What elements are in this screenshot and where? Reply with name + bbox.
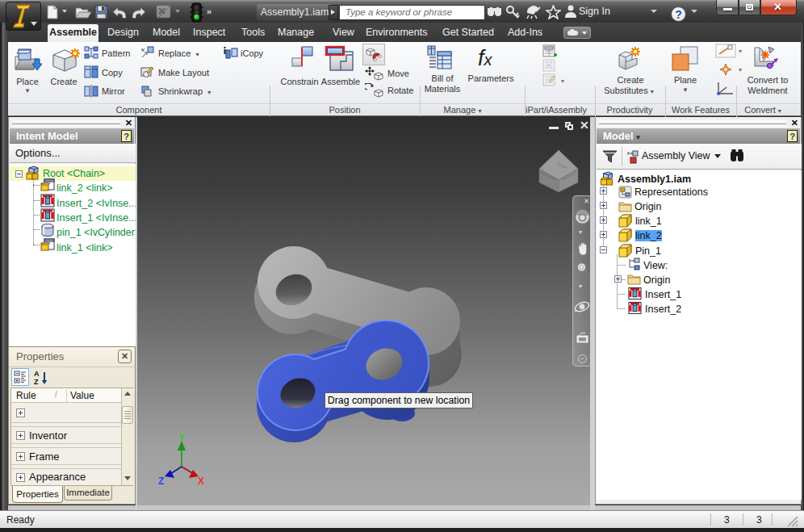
svg-text:Z: Z: [158, 475, 164, 487]
svg-text:Y: Y: [178, 432, 185, 443]
svg-text:X: X: [198, 475, 204, 487]
svg-text:A: A: [34, 370, 40, 378]
svg-text:Z: Z: [34, 378, 39, 386]
